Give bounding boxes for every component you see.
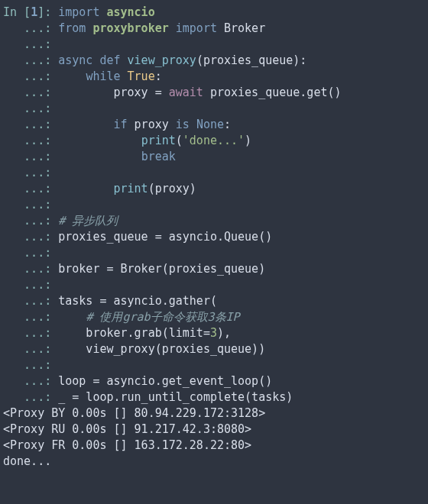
code-line: _ = loop.run_until_complete(tasks) [58,390,293,404]
code-line: proxies_queue = asyncio.Queue() [58,230,272,244]
const-none: None [196,118,224,131]
kw-await: await [169,86,203,99]
ipython-session: In [1]: import asyncio ...: from proxybr… [0,0,428,474]
module-asyncio: asyncio [106,5,154,19]
const-true: True [128,69,155,83]
fn-print: print [141,134,176,147]
fn-print: print [114,182,148,195]
code-line: loop = asyncio.get_event_loop() [58,374,272,388]
module-proxybroker: proxybroker [92,21,168,35]
kw-while: while [86,69,120,83]
output-line: done... [3,454,51,468]
prompt-in: In [1]: [3,5,58,19]
output-line: <Proxy BY 0.00s [] 80.94.229.172:3128> [3,406,265,420]
kw-from: from [58,21,86,35]
kw-async: async [58,53,92,67]
kw-if: if [114,118,128,131]
comment: # 异步队列 [58,214,118,228]
comment: # 使用grab子命令获取3条IP [86,310,239,324]
fn-view-proxy: view_proxy [128,53,196,67]
class-broker: Broker [224,21,265,35]
prompt-cont: ...: [3,21,58,35]
string-literal: 'done...' [183,134,245,147]
kw-break: break [141,150,176,163]
kw-def: def [99,53,120,67]
code-line: tasks = asyncio.gather( [58,294,217,308]
code-line: view_proxy(proxies_queue)) [58,342,265,356]
kw-import: import [58,5,99,19]
kw-is: is [176,118,190,131]
number-literal: 3 [210,326,217,340]
output-line: <Proxy FR 0.00s [] 163.172.28.22:80> [3,438,251,452]
output-line: <Proxy RU 0.00s [] 91.217.42.3:8080> [3,422,251,436]
code-line: broker = Broker(proxies_queue) [58,262,265,276]
